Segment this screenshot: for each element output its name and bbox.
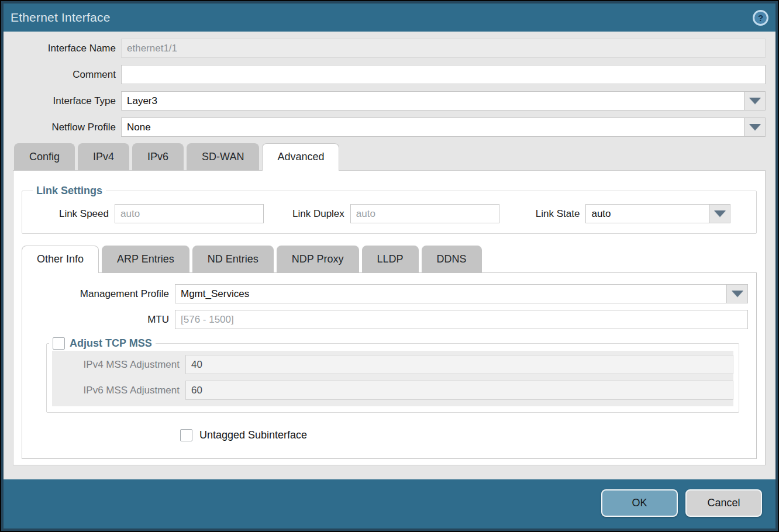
ipv6-mss-row: IPv6 MSS Adjustment (52, 381, 733, 400)
dialog-title: Ethernet Interface (11, 11, 111, 25)
tab-config[interactable]: Config (14, 143, 75, 171)
tab-sdwan[interactable]: SD-WAN (187, 143, 259, 171)
chevron-down-icon (732, 291, 743, 297)
netflow-profile-dropdown-button[interactable] (744, 118, 766, 137)
tab-ddns[interactable]: DDNS (422, 246, 482, 273)
management-profile-dropdown-button[interactable] (727, 284, 748, 303)
screen: Ethernet Interface ? Interface Name Comm… (0, 0, 779, 532)
tab-advanced[interactable]: Advanced (262, 143, 339, 171)
dialog-footer: OK Cancel (4, 479, 775, 528)
mtu-field[interactable] (175, 310, 748, 329)
interface-name-row: Interface Name (13, 39, 766, 58)
link-settings-legend: Link Settings (33, 185, 106, 197)
link-speed-field[interactable] (115, 204, 264, 223)
management-profile-row: Management Profile (30, 284, 748, 303)
dialog-titlebar: Ethernet Interface ? (4, 4, 775, 32)
adjust-tcp-mss-label: Adjust TCP MSS (70, 337, 152, 350)
interface-name-label: Interface Name (13, 43, 121, 54)
tab-ipv6[interactable]: IPv6 (132, 143, 184, 171)
interface-type-row: Interface Type (13, 91, 766, 110)
mtu-label: MTU (30, 314, 175, 326)
chevron-down-icon (749, 124, 761, 130)
interface-type-label: Interface Type (13, 95, 121, 107)
ipv6-mss-label: IPv6 MSS Adjustment (52, 385, 185, 396)
mtu-row: MTU (30, 310, 748, 329)
netflow-profile-label: Netflow Profile (13, 122, 121, 133)
untagged-subinterface-label: Untagged Subinterface (199, 429, 307, 441)
adjust-tcp-mss-legend: Adjust TCP MSS (49, 337, 156, 350)
chevron-down-icon (714, 210, 726, 217)
ok-button[interactable]: OK (601, 489, 678, 517)
adjust-tcp-mss-checkbox[interactable] (53, 337, 65, 350)
tab-arp-entries[interactable]: ARP Entries (102, 246, 189, 273)
tab-lldp[interactable]: LLDP (362, 246, 419, 273)
tab-ndp-proxy[interactable]: NDP Proxy (277, 246, 359, 273)
management-profile-label: Management Profile (30, 288, 175, 300)
ipv4-mss-label: IPv4 MSS Adjustment (52, 359, 185, 371)
advanced-tab-panel: Link Settings Link Speed Link Duplex Lin… (13, 170, 766, 465)
comment-row: Comment (13, 65, 766, 84)
interface-type-dropdown-button[interactable] (744, 91, 766, 110)
netflow-profile-row: Netflow Profile (13, 118, 766, 137)
comment-field[interactable] (121, 65, 766, 84)
link-duplex-field[interactable] (350, 204, 499, 223)
link-state-dropdown-button[interactable] (709, 204, 730, 223)
link-settings-fieldset: Link Settings Link Speed Link Duplex Lin… (22, 185, 757, 234)
netflow-profile-select[interactable] (121, 118, 744, 137)
interface-name-field (121, 39, 766, 58)
tab-nd-entries[interactable]: ND Entries (192, 246, 274, 273)
link-state-select[interactable] (585, 204, 709, 223)
ethernet-interface-dialog: Ethernet Interface ? Interface Name Comm… (1, 1, 778, 531)
untagged-subinterface-checkbox[interactable] (180, 429, 192, 441)
mss-disabled-panel: IPv4 MSS Adjustment IPv6 MSS Adjustment (52, 351, 733, 406)
chevron-down-icon (749, 98, 761, 104)
other-info-panel: Management Profile MTU (22, 272, 757, 459)
cancel-button[interactable]: Cancel (685, 489, 762, 517)
management-profile-select[interactable] (175, 284, 727, 303)
link-state-label: Link State (536, 208, 586, 220)
adjust-tcp-mss-fieldset: Adjust TCP MSS IPv4 MSS Adjustment IPv6 … (46, 337, 739, 413)
link-speed-label: Link Speed (50, 208, 115, 220)
ipv6-mss-field (185, 381, 733, 400)
tab-ipv4[interactable]: IPv4 (78, 143, 129, 171)
main-tab-strip: Config IPv4 IPv6 SD-WAN Advanced (14, 143, 766, 171)
untagged-subinterface-row: Untagged Subinterface (180, 429, 748, 441)
interface-type-select[interactable] (121, 91, 744, 110)
link-duplex-label: Link Duplex (292, 208, 350, 220)
comment-label: Comment (13, 69, 121, 81)
ipv4-mss-row: IPv4 MSS Adjustment (52, 355, 733, 374)
dialog-body: Interface Name Comment Interface Type (4, 32, 775, 479)
inner-tab-strip: Other Info ARP Entries ND Entries NDP Pr… (22, 246, 757, 273)
tab-other-info[interactable]: Other Info (22, 246, 99, 273)
help-icon[interactable]: ? (753, 10, 768, 26)
ipv4-mss-field (185, 355, 733, 374)
